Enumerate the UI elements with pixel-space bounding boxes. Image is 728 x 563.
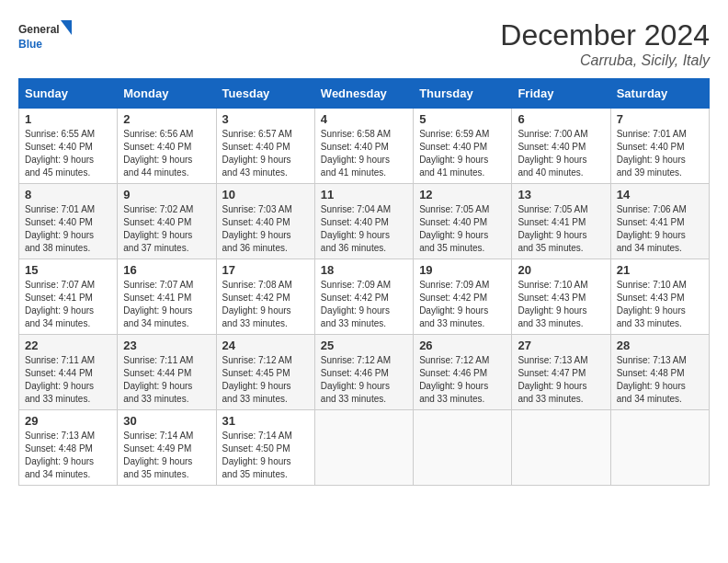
day-info: Sunrise: 7:14 AMSunset: 4:50 PMDaylight:…: [222, 430, 309, 481]
table-row: 27Sunrise: 7:13 AMSunset: 4:47 PMDayligh…: [512, 335, 610, 410]
logo-svg: General Blue: [18, 18, 74, 55]
day-number: 26: [419, 339, 506, 352]
table-row: 7Sunrise: 7:01 AMSunset: 4:40 PMDaylight…: [610, 109, 709, 184]
table-row: 16Sunrise: 7:07 AMSunset: 4:41 PMDayligh…: [118, 259, 216, 335]
table-row: [314, 410, 413, 486]
day-info: Sunrise: 7:05 AMSunset: 4:41 PMDaylight:…: [518, 203, 604, 255]
header-wednesday: Wednesday: [314, 79, 413, 109]
day-info: Sunrise: 7:02 AMSunset: 4:40 PMDaylight:…: [123, 203, 210, 255]
svg-text:General: General: [18, 23, 60, 36]
day-info: Sunrise: 7:14 AMSunset: 4:49 PMDaylight:…: [123, 430, 210, 481]
day-number: 30: [123, 414, 210, 428]
header-thursday: Thursday: [414, 79, 512, 109]
day-info: Sunrise: 6:56 AMSunset: 4:40 PMDaylight:…: [123, 128, 210, 179]
day-number: 1: [25, 112, 111, 126]
header-monday: Monday: [118, 79, 216, 109]
day-number: 20: [518, 263, 604, 277]
day-number: 27: [518, 339, 604, 352]
table-row: 25Sunrise: 7:12 AMSunset: 4:46 PMDayligh…: [314, 335, 413, 410]
table-row: 1Sunrise: 6:55 AMSunset: 4:40 PMDaylight…: [19, 109, 118, 184]
day-info: Sunrise: 7:11 AMSunset: 4:44 PMDaylight:…: [25, 354, 111, 406]
location-subtitle: Carruba, Sicily, Italy: [500, 52, 710, 69]
title-section: December 2024 Carruba, Sicily, Italy: [500, 18, 710, 69]
day-info: Sunrise: 7:06 AMSunset: 4:41 PMDaylight:…: [617, 203, 703, 255]
day-number: 22: [25, 339, 111, 352]
day-number: 7: [617, 112, 703, 126]
calendar-table: Sunday Monday Tuesday Wednesday Thursday…: [18, 78, 710, 486]
day-number: 18: [321, 263, 407, 277]
logo: General Blue: [18, 18, 74, 55]
header-sunday: Sunday: [19, 79, 118, 109]
day-info: Sunrise: 6:55 AMSunset: 4:40 PMDaylight:…: [25, 128, 111, 179]
day-info: Sunrise: 7:00 AMSunset: 4:40 PMDaylight:…: [518, 128, 604, 179]
day-info: Sunrise: 7:07 AMSunset: 4:41 PMDaylight:…: [25, 279, 111, 330]
page-header: General Blue December 2024 Carruba, Sici…: [18, 18, 710, 69]
table-row: 12Sunrise: 7:05 AMSunset: 4:40 PMDayligh…: [414, 184, 512, 259]
table-row: 6Sunrise: 7:00 AMSunset: 4:40 PMDaylight…: [512, 109, 610, 184]
table-row: 5Sunrise: 6:59 AMSunset: 4:40 PMDaylight…: [414, 109, 512, 184]
table-row: 20Sunrise: 7:10 AMSunset: 4:43 PMDayligh…: [512, 259, 610, 335]
day-number: 10: [222, 188, 309, 201]
day-info: Sunrise: 7:12 AMSunset: 4:46 PMDaylight:…: [321, 354, 407, 406]
calendar-week-row: 15Sunrise: 7:07 AMSunset: 4:41 PMDayligh…: [19, 259, 710, 335]
day-number: 4: [321, 112, 407, 126]
table-row: 24Sunrise: 7:12 AMSunset: 4:45 PMDayligh…: [216, 335, 314, 410]
day-info: Sunrise: 7:13 AMSunset: 4:47 PMDaylight:…: [518, 354, 604, 406]
day-number: 15: [25, 263, 111, 277]
header-saturday: Saturday: [610, 79, 709, 109]
day-number: 6: [518, 112, 604, 126]
day-info: Sunrise: 7:04 AMSunset: 4:40 PMDaylight:…: [321, 203, 407, 255]
table-row: 4Sunrise: 6:58 AMSunset: 4:40 PMDaylight…: [314, 109, 413, 184]
table-row: 8Sunrise: 7:01 AMSunset: 4:40 PMDaylight…: [19, 184, 118, 259]
day-info: Sunrise: 7:11 AMSunset: 4:44 PMDaylight:…: [123, 354, 210, 406]
header-tuesday: Tuesday: [216, 79, 314, 109]
day-number: 13: [518, 188, 604, 201]
day-number: 5: [419, 112, 506, 126]
day-number: 11: [321, 188, 407, 201]
day-info: Sunrise: 7:05 AMSunset: 4:40 PMDaylight:…: [419, 203, 506, 255]
table-row: 19Sunrise: 7:09 AMSunset: 4:42 PMDayligh…: [414, 259, 512, 335]
table-row: 18Sunrise: 7:09 AMSunset: 4:42 PMDayligh…: [314, 259, 413, 335]
day-info: Sunrise: 7:10 AMSunset: 4:43 PMDaylight:…: [617, 279, 703, 330]
day-info: Sunrise: 7:01 AMSunset: 4:40 PMDaylight:…: [617, 128, 703, 179]
day-info: Sunrise: 6:59 AMSunset: 4:40 PMDaylight:…: [419, 128, 506, 179]
calendar-week-row: 22Sunrise: 7:11 AMSunset: 4:44 PMDayligh…: [19, 335, 710, 410]
table-row: 29Sunrise: 7:13 AMSunset: 4:48 PMDayligh…: [19, 410, 118, 486]
calendar-header-row: Sunday Monday Tuesday Wednesday Thursday…: [19, 79, 710, 109]
day-number: 3: [222, 112, 309, 126]
day-number: 17: [222, 263, 309, 277]
day-info: Sunrise: 7:13 AMSunset: 4:48 PMDaylight:…: [617, 354, 703, 406]
table-row: 31Sunrise: 7:14 AMSunset: 4:50 PMDayligh…: [216, 410, 314, 486]
svg-marker-2: [61, 20, 72, 35]
table-row: 11Sunrise: 7:04 AMSunset: 4:40 PMDayligh…: [314, 184, 413, 259]
day-number: 31: [222, 414, 309, 428]
day-info: Sunrise: 7:01 AMSunset: 4:40 PMDaylight:…: [25, 203, 111, 255]
day-number: 14: [617, 188, 703, 201]
table-row: 30Sunrise: 7:14 AMSunset: 4:49 PMDayligh…: [118, 410, 216, 486]
day-info: Sunrise: 7:07 AMSunset: 4:41 PMDaylight:…: [123, 279, 210, 330]
table-row: 28Sunrise: 7:13 AMSunset: 4:48 PMDayligh…: [610, 335, 709, 410]
day-number: 2: [123, 112, 210, 126]
day-number: 12: [419, 188, 506, 201]
day-info: Sunrise: 6:58 AMSunset: 4:40 PMDaylight:…: [321, 128, 407, 179]
day-info: Sunrise: 7:12 AMSunset: 4:46 PMDaylight:…: [419, 354, 506, 406]
calendar-week-row: 1Sunrise: 6:55 AMSunset: 4:40 PMDaylight…: [19, 109, 710, 184]
day-number: 29: [25, 414, 111, 428]
header-friday: Friday: [512, 79, 610, 109]
day-number: 28: [617, 339, 703, 352]
calendar-week-row: 8Sunrise: 7:01 AMSunset: 4:40 PMDaylight…: [19, 184, 710, 259]
day-info: Sunrise: 7:08 AMSunset: 4:42 PMDaylight:…: [222, 279, 309, 330]
table-row: 15Sunrise: 7:07 AMSunset: 4:41 PMDayligh…: [19, 259, 118, 335]
table-row: 23Sunrise: 7:11 AMSunset: 4:44 PMDayligh…: [118, 335, 216, 410]
table-row: 2Sunrise: 6:56 AMSunset: 4:40 PMDaylight…: [118, 109, 216, 184]
day-info: Sunrise: 7:12 AMSunset: 4:45 PMDaylight:…: [222, 354, 309, 406]
svg-text:Blue: Blue: [18, 38, 42, 51]
table-row: 9Sunrise: 7:02 AMSunset: 4:40 PMDaylight…: [118, 184, 216, 259]
table-row: [610, 410, 709, 486]
day-info: Sunrise: 7:13 AMSunset: 4:48 PMDaylight:…: [25, 430, 111, 481]
calendar-week-row: 29Sunrise: 7:13 AMSunset: 4:48 PMDayligh…: [19, 410, 710, 486]
day-info: Sunrise: 6:57 AMSunset: 4:40 PMDaylight:…: [222, 128, 309, 179]
month-year-title: December 2024: [500, 18, 710, 52]
day-number: 8: [25, 188, 111, 201]
table-row: 13Sunrise: 7:05 AMSunset: 4:41 PMDayligh…: [512, 184, 610, 259]
